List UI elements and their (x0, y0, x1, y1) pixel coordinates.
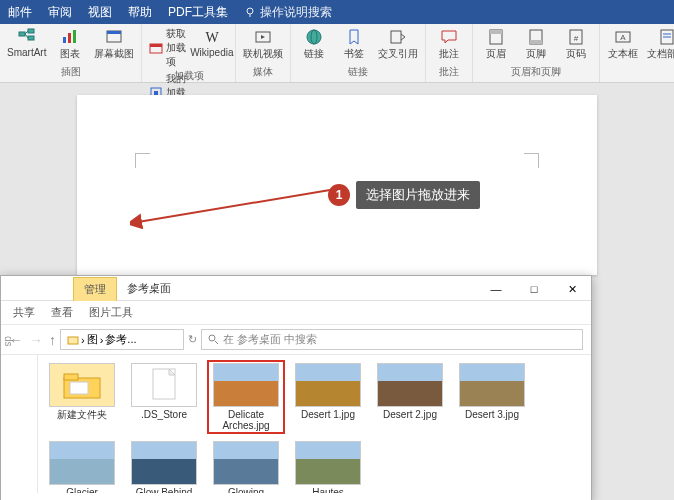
group-link-label: 链接 (348, 64, 368, 80)
chart-icon (61, 28, 79, 46)
svg-rect-4 (28, 36, 34, 40)
file-item[interactable]: Desert 2.jpg (372, 361, 448, 433)
file-item[interactable]: Glow Behind Hood.jpg (126, 439, 202, 493)
screenshot-label: 屏幕截图 (94, 47, 134, 61)
footer-button[interactable]: 页脚 (517, 26, 555, 63)
get-addins-button[interactable]: 获取加载项 (146, 26, 190, 70)
explorer-title: 参考桌面 (117, 277, 477, 300)
svg-rect-2 (19, 32, 25, 36)
video-icon (254, 28, 272, 46)
file-name-label: 新建文件夹 (57, 409, 107, 420)
image-thumbnail (49, 441, 115, 485)
tab-help[interactable]: 帮助 (128, 4, 152, 21)
explorer-file-grid[interactable]: 新建文件夹.DS_StoreDelicate Arches.jpgDesert … (38, 355, 591, 493)
chart-button[interactable]: 图表 (51, 26, 89, 63)
sidebar-text: ds (3, 336, 14, 347)
smartart-button[interactable]: SmartArt (4, 26, 49, 60)
breadcrumb-part-1[interactable]: 参考... (105, 332, 136, 347)
group-hf-label: 页眉和页脚 (511, 64, 561, 80)
folder-icon (49, 363, 115, 407)
tab-review[interactable]: 审阅 (48, 4, 72, 21)
bookmark-label: 书签 (344, 47, 364, 61)
maximize-button[interactable]: □ (515, 278, 553, 300)
textbox-button[interactable]: A文本框 (604, 26, 642, 63)
comment-button[interactable]: 批注 (430, 26, 468, 63)
svg-point-0 (247, 8, 253, 14)
svg-text:#: # (574, 34, 579, 43)
menu-view[interactable]: 查看 (51, 305, 73, 320)
group-media: 联机视频 媒体 (236, 24, 291, 82)
file-item[interactable]: Glowing Summit.jpg (208, 439, 284, 493)
file-icon (131, 363, 197, 407)
wikipedia-icon: W (203, 28, 221, 46)
header-button[interactable]: 页眉 (477, 26, 515, 63)
file-item[interactable]: Desert 1.jpg (290, 361, 366, 433)
group-illus-label: 插图 (61, 64, 81, 80)
image-thumbnail (213, 441, 279, 485)
nav-fwd-icon[interactable]: → (29, 332, 43, 348)
quickparts-button[interactable]: 文档部件 (644, 26, 674, 63)
margin-corner-tr (524, 153, 539, 168)
file-item[interactable]: Hautes Pyrenees.jpg (290, 439, 366, 493)
online-video-button[interactable]: 联机视频 (240, 26, 286, 63)
file-item[interactable]: .DS_Store (126, 361, 202, 433)
lightbulb-icon (244, 6, 256, 18)
explorer-sidebar[interactable]: ds (1, 355, 38, 493)
refresh-icon[interactable]: ↻ (188, 333, 197, 346)
svg-rect-3 (28, 29, 34, 33)
link-button[interactable]: 链接 (295, 26, 333, 63)
smartart-icon (18, 28, 36, 46)
menu-share[interactable]: 共享 (13, 305, 35, 320)
explorer-search[interactable]: 在 参考桌面 中搜索 (201, 329, 583, 350)
file-item[interactable]: Glacier Trifecta.jpg (44, 439, 120, 493)
explorer-body: ds 新建文件夹.DS_StoreDelicate Arches.jpgDese… (1, 355, 591, 493)
tab-view[interactable]: 视图 (88, 4, 112, 21)
group-illustrations: SmartArt 图表 屏幕截图 插图 (0, 24, 142, 82)
margin-corner-tl (135, 153, 150, 168)
wikipedia-label: Wikipedia (190, 47, 233, 58)
tab-mail[interactable]: 邮件 (8, 4, 32, 21)
bookmark-button[interactable]: 书签 (335, 26, 373, 63)
file-item[interactable]: 新建文件夹 (44, 361, 120, 433)
nav-up-icon[interactable]: ↑ (49, 332, 56, 348)
explorer-titlebar: 管理 参考桌面 — □ ✕ (1, 276, 591, 301)
header-icon (487, 28, 505, 46)
svg-rect-46 (64, 374, 78, 380)
smartart-label: SmartArt (7, 47, 46, 58)
image-thumbnail (377, 363, 443, 407)
search-hint-label: 操作说明搜索 (260, 4, 332, 21)
svg-rect-11 (107, 31, 121, 34)
wikipedia-button[interactable]: WWikipedia (193, 26, 231, 60)
get-addins-label: 获取加载项 (166, 27, 187, 69)
screenshot-button[interactable]: 屏幕截图 (91, 26, 137, 63)
crossref-button[interactable]: 交叉引用 (375, 26, 421, 63)
video-label: 联机视频 (243, 47, 283, 61)
comment-label: 批注 (439, 47, 459, 61)
image-thumbnail (131, 441, 197, 485)
svg-text:W: W (205, 30, 219, 45)
pagenum-button[interactable]: #页码 (557, 26, 595, 63)
group-comments: 批注 批注 (426, 24, 473, 82)
explorer-nav: ← → ↑ (9, 332, 56, 348)
group-links: 链接 书签 交叉引用 链接 (291, 24, 426, 82)
tab-pdf[interactable]: PDF工具集 (168, 4, 228, 21)
svg-marker-18 (261, 35, 265, 39)
file-name-label: Glacier Trifecta.jpg (46, 487, 118, 493)
crossref-icon (389, 28, 407, 46)
bookmark-icon (345, 28, 363, 46)
close-button[interactable]: ✕ (553, 278, 591, 300)
link-icon (305, 28, 323, 46)
svg-point-19 (307, 30, 321, 44)
file-name-label: Glow Behind Hood.jpg (128, 487, 200, 493)
file-item[interactable]: Delicate Arches.jpg (208, 361, 284, 433)
menu-picturetools[interactable]: 图片工具 (89, 305, 133, 320)
explorer-context-tab[interactable]: 管理 (73, 277, 117, 301)
header-label: 页眉 (486, 47, 506, 61)
file-item[interactable]: Desert 3.jpg (454, 361, 530, 433)
minimize-button[interactable]: — (477, 278, 515, 300)
screenshot-icon (105, 28, 123, 46)
callout-badge: 1 (328, 184, 350, 206)
breadcrumb[interactable]: ›图 ›参考... (60, 329, 184, 350)
tell-me-search[interactable]: 操作说明搜索 (244, 4, 332, 21)
breadcrumb-part-0[interactable]: 图 (87, 332, 98, 347)
